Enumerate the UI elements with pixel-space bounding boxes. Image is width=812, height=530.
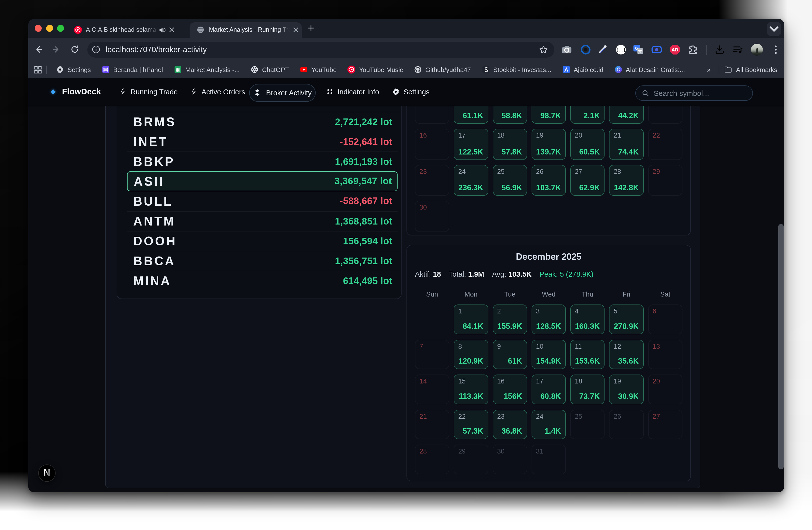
bookmark-item[interactable]: Beranda | hPanel — [102, 66, 163, 73]
close-window-button[interactable] — [35, 25, 42, 31]
calendar-day-cell[interactable]: 15 113.3K — [454, 375, 488, 404]
audio-speaker-icon[interactable] — [158, 26, 166, 33]
address-bar[interactable]: localhost:7070/broker-activity — [87, 41, 554, 57]
calendar-day-cell[interactable]: 11 58.8K — [493, 106, 527, 124]
ticker-row[interactable]: ASII 3,369,547 lot — [127, 171, 397, 191]
bookmarks-overflow-chevron[interactable]: » — [707, 66, 710, 73]
calendar-day-cell[interactable]: 7 — [415, 339, 449, 369]
calendar-day-cell[interactable]: 10 61.1K — [454, 106, 488, 124]
calendar-day-cell[interactable] — [493, 201, 527, 232]
calendar-day-cell[interactable]: 10 154.9K — [532, 339, 566, 369]
calendar-day-cell[interactable] — [570, 445, 605, 474]
minimize-window-button[interactable] — [46, 25, 53, 31]
ticker-row[interactable]: BULL -588,667 lot — [127, 191, 397, 211]
calendar-day-cell[interactable]: 19 139.7K — [532, 129, 566, 160]
calendar-day-cell[interactable] — [570, 201, 605, 232]
calendar-day-cell[interactable] — [648, 201, 682, 232]
calendar-day-cell[interactable]: 25 56.9K — [493, 165, 527, 196]
calendar-day-cell[interactable]: 14 44.2K — [609, 106, 644, 124]
recorder-extension-icon[interactable] — [651, 44, 662, 55]
calendar-day-cell[interactable]: 26 — [609, 409, 644, 439]
nav-settings[interactable]: Settings — [392, 78, 430, 106]
calendar-day-cell[interactable]: 28 142.8K — [609, 165, 644, 196]
ticker-row[interactable]: BBKP 1,691,193 lot — [127, 152, 397, 171]
calendar-day-cell[interactable]: 3 128.5K — [532, 305, 566, 334]
bookmark-item[interactable]: C Alat Desain Gratis:... — [614, 66, 685, 73]
ticker-row[interactable]: BRMS 2,721,242 lot — [127, 112, 397, 131]
calendar-day-cell[interactable]: 18 57.8K — [493, 129, 527, 160]
calendar-day-cell[interactable]: 6 — [648, 305, 682, 334]
calendar-day-cell[interactable]: 16 — [415, 129, 449, 160]
nextjs-dev-badge[interactable]: N — [38, 464, 56, 482]
close-tab-icon[interactable] — [168, 26, 176, 34]
browser-menu-icon[interactable] — [770, 43, 782, 55]
calendar-day-cell[interactable]: 20 60.5K — [570, 129, 605, 160]
calendar-day-cell[interactable] — [609, 201, 644, 232]
calendar-day-cell[interactable]: 21 — [415, 409, 449, 439]
braces-extension-icon[interactable]: {...} — [615, 44, 626, 55]
ticker-row[interactable]: ANTM 1,368,851 lot — [127, 211, 397, 231]
calendar-day-cell[interactable]: 27 — [648, 409, 682, 439]
tab-search-chevron-button[interactable] — [767, 22, 781, 36]
tab-market-analysis[interactable]: Market Analysis - Running Tra — [190, 22, 302, 38]
bookmark-item[interactable]: YouTube Music — [348, 66, 403, 73]
nav-indicator-info[interactable]: Indicator Info — [326, 78, 379, 106]
calendar-day-cell[interactable]: 27 62.9K — [570, 165, 605, 196]
ticker-row[interactable]: MINA 614,495 lot — [127, 271, 397, 291]
nav-broker-activity-active[interactable]: Broker Activity — [249, 84, 316, 101]
bookmark-item[interactable]: ChatGPT — [251, 66, 289, 73]
calendar-day-cell[interactable] — [609, 445, 644, 474]
tab-youtube-music[interactable]: A.C.A.B skinhead selaman — [74, 22, 182, 38]
calendar-day-cell[interactable]: 18 73.7K — [570, 375, 605, 404]
translate-extension-icon[interactable]: G文 — [633, 44, 644, 55]
calendar-day-cell[interactable]: 13 — [648, 339, 682, 369]
calendar-day-cell[interactable]: 17 60.8K — [532, 375, 566, 404]
search-input[interactable]: Search symbol... — [635, 85, 753, 101]
camera-extension-icon[interactable] — [561, 44, 572, 55]
ticker-row[interactable]: INET -152,641 lot — [127, 131, 397, 152]
nav-running-trade[interactable]: Running Trade — [119, 78, 178, 106]
forward-button[interactable] — [52, 44, 61, 54]
calendar-day-cell[interactable] — [532, 201, 566, 232]
calendar-day-cell[interactable]: 13 2.1K — [570, 106, 605, 124]
bookmark-star-icon[interactable] — [539, 45, 548, 54]
profile-avatar[interactable] — [751, 43, 763, 55]
calendar-day-cell[interactable]: 20 — [648, 375, 682, 404]
all-bookmarks-button[interactable]: All Bookmarks — [724, 66, 777, 73]
new-tab-button[interactable] — [307, 24, 315, 31]
site-info-icon[interactable] — [92, 45, 100, 54]
calendar-day-cell[interactable]: 29 — [454, 445, 488, 474]
page-scrollbar-thumb[interactable] — [778, 224, 783, 470]
darkreader-extension-icon[interactable] — [580, 44, 591, 55]
apps-grid-icon[interactable] — [34, 65, 42, 74]
calendar-day-cell[interactable]: 21 74.4K — [609, 129, 644, 160]
calendar-day-cell[interactable]: 5 278.9K — [609, 305, 644, 334]
calendar-day-cell[interactable]: 1 84.1K — [454, 305, 488, 334]
bookmark-item[interactable]: Github/yudha47 — [414, 66, 471, 73]
calendar-day-cell[interactable]: 30 — [493, 445, 527, 474]
calendar-day-cell[interactable]: 19 30.9K — [609, 375, 644, 404]
bookmark-item[interactable]: Ajaib.co.id — [562, 66, 604, 73]
brand[interactable]: FlowDeck — [49, 78, 101, 106]
calendar-day-cell[interactable]: 12 35.6K — [609, 339, 644, 369]
calendar-day-cell[interactable]: 22 — [648, 129, 682, 160]
ticker-row[interactable]: BBCA 1,356,751 lot — [127, 251, 397, 271]
calendar-day-cell[interactable]: 12 98.7K — [532, 106, 566, 124]
media-playlist-icon[interactable] — [732, 44, 743, 55]
calendar-day-cell[interactable]: 28 — [415, 445, 449, 474]
zoom-window-button[interactable] — [57, 25, 64, 31]
calendar-day-cell[interactable]: 17 122.5K — [454, 129, 488, 160]
calendar-day-cell[interactable]: 23 36.8K — [493, 409, 527, 439]
reload-button[interactable] — [70, 44, 79, 54]
calendar-day-cell[interactable]: 25 — [570, 409, 605, 439]
calendar-day-cell[interactable]: 22 57.3K — [454, 409, 488, 439]
calendar-day-cell[interactable]: 23 — [415, 165, 449, 196]
calendar-day-cell[interactable]: 16 156K — [493, 375, 527, 404]
calendar-day-cell[interactable]: 29 — [648, 165, 682, 196]
calendar-day-cell[interactable]: 9 — [415, 106, 449, 124]
bookmark-item[interactable]: Stockbit - Investas... — [482, 66, 551, 73]
calendar-day-cell[interactable]: 9 61K — [493, 339, 527, 369]
ticker-row[interactable]: DOOH 156,594 lot — [127, 231, 397, 251]
calendar-day-cell[interactable]: 24 236.3K — [454, 165, 488, 196]
back-button[interactable] — [34, 44, 43, 54]
